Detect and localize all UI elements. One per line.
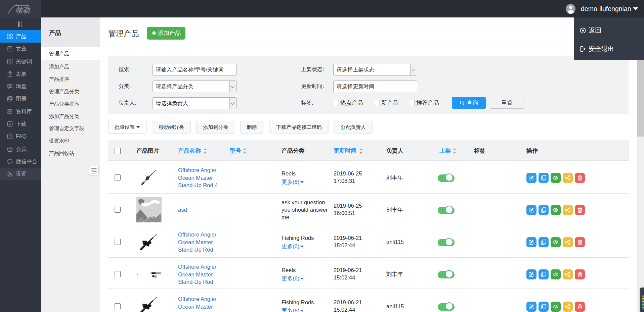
svg-text:领动: 领动 (15, 6, 31, 14)
